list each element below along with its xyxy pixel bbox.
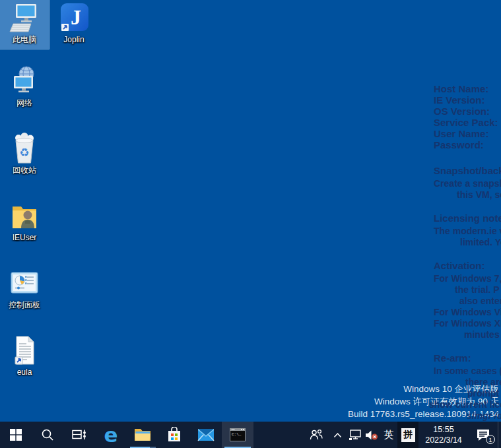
desktop-icon-joplin[interactable]: J Joplin xyxy=(50,0,98,49)
store-button[interactable] xyxy=(158,422,190,448)
watermark-line-3: Build 17763.rs5_release.180914-1434 xyxy=(348,408,499,420)
bginfo-system-text: Host Name:IE Version:OS Version:Service … xyxy=(0,0,501,448)
start-icon xyxy=(10,429,22,441)
icon-label: Joplin xyxy=(63,35,84,44)
desktop-icon-control-panel[interactable]: 控制面板 xyxy=(0,265,49,314)
edge-button[interactable]: e xyxy=(95,422,127,448)
this-pc-icon xyxy=(9,2,40,34)
desktop-icon-eula[interactable]: eula xyxy=(0,333,49,381)
mail-button[interactable] xyxy=(190,422,222,448)
bginfo-line: the trial. P xyxy=(455,284,500,295)
edge-icon: e xyxy=(104,425,117,445)
volume-button[interactable] xyxy=(363,422,380,448)
search-icon xyxy=(41,428,54,441)
icon-label: 网络 xyxy=(17,98,32,108)
show-desktop-button[interactable] xyxy=(498,422,501,448)
icon-label: 控制面板 xyxy=(9,300,40,309)
svg-text:J: J xyxy=(71,5,81,29)
file-explorer-button[interactable] xyxy=(127,422,158,448)
bginfo-line: The modern.ie virt xyxy=(434,226,501,236)
desktop-icon-ieuser[interactable]: IEUser xyxy=(0,198,49,247)
desktop-icon-network[interactable]: 网络 xyxy=(0,63,49,112)
network-icon xyxy=(9,65,40,97)
bginfo-line: Snapshot/back xyxy=(434,165,501,176)
task-view-icon xyxy=(72,429,86,441)
taskbar-empty-area xyxy=(253,422,304,448)
bginfo-line: For Windows Vista xyxy=(434,307,501,317)
svg-text:C:\_: C:\_ xyxy=(232,432,242,437)
ime-mode-button[interactable]: 拼 xyxy=(397,422,418,448)
notification-badge: 1 xyxy=(486,435,495,444)
file-explorer-icon xyxy=(134,428,151,442)
bginfo-line: limited. Yo xyxy=(460,237,501,247)
clock-date: 2022/3/14 xyxy=(425,435,462,445)
bginfo-line: IE Version: xyxy=(434,94,485,106)
joplin-icon: J xyxy=(58,2,90,34)
command-prompt-icon: C:\_ xyxy=(229,428,246,442)
user-folder-icon xyxy=(9,200,40,232)
watermark-line-2: Windows 许可证有效期为 90 天 xyxy=(348,395,499,408)
hidden-icons-button[interactable] xyxy=(329,422,346,448)
evaluation-watermark: Windows 10 企业评估版 Windows 许可证有效期为 90 天 Bu… xyxy=(348,383,499,420)
bginfo-line: Activation: xyxy=(434,260,485,271)
bginfo-line: Password: xyxy=(434,139,484,150)
clock-time: 15:55 xyxy=(433,424,453,435)
desktop[interactable]: 此电脑 J Joplin 网络 xyxy=(0,0,501,448)
icon-label: eula xyxy=(17,368,32,377)
store-icon xyxy=(166,427,182,443)
bginfo-line: minutes ar xyxy=(464,329,501,340)
ime-language-button[interactable]: 英 xyxy=(380,422,397,448)
bginfo-line: OS Version: xyxy=(434,106,490,117)
bginfo-line: Re-arm: xyxy=(434,352,471,364)
people-icon xyxy=(309,429,323,441)
command-prompt-button[interactable]: C:\_ xyxy=(222,422,253,448)
taskbar: e xyxy=(0,422,501,448)
clock[interactable]: 15:55 2022/3/14 xyxy=(418,422,469,448)
watermark-line-1: Windows 10 企业评估版 xyxy=(348,383,499,395)
task-view-button[interactable] xyxy=(63,422,95,448)
bginfo-line: User Name: xyxy=(434,128,488,139)
bginfo-line: For Windows 7, 8. xyxy=(434,273,501,284)
ethernet-icon xyxy=(349,430,361,441)
recycle-bin-icon: ♻ xyxy=(9,133,40,164)
bginfo-line: Service Pack: xyxy=(434,117,498,128)
chevron-up-icon xyxy=(333,432,342,438)
bginfo-line: this VM, so xyxy=(457,189,501,200)
people-button[interactable] xyxy=(304,422,329,448)
svg-text:♻: ♻ xyxy=(19,146,29,159)
bginfo-line: Licensing note xyxy=(434,212,501,224)
icon-label: 回收站 xyxy=(13,166,36,175)
action-center-button[interactable]: 1 xyxy=(469,422,498,448)
icon-label: IEUser xyxy=(13,233,37,242)
start-button[interactable] xyxy=(0,422,32,448)
ime-mode-label: 拼 xyxy=(401,428,415,442)
mail-icon xyxy=(197,428,215,441)
bginfo-line: Host Name: xyxy=(434,83,488,94)
search-button[interactable] xyxy=(32,422,63,448)
bginfo-line: Create a snapshot xyxy=(434,178,501,189)
bginfo-line: In some cases (Wi xyxy=(434,366,501,376)
bginfo-line: For Windows XP, a xyxy=(434,318,501,329)
ime-language-label: 英 xyxy=(384,429,394,441)
volume-muted-icon xyxy=(365,430,378,441)
icon-label: 此电脑 xyxy=(13,35,36,44)
desktop-icon-recycle-bin[interactable]: ♻ 回收站 xyxy=(0,131,49,179)
control-panel-icon xyxy=(9,267,40,299)
desktop-icon-this-pc[interactable]: 此电脑 xyxy=(0,0,49,49)
bginfo-line: also enter xyxy=(459,296,501,306)
document-icon xyxy=(9,335,40,366)
network-status-button[interactable] xyxy=(346,422,363,448)
